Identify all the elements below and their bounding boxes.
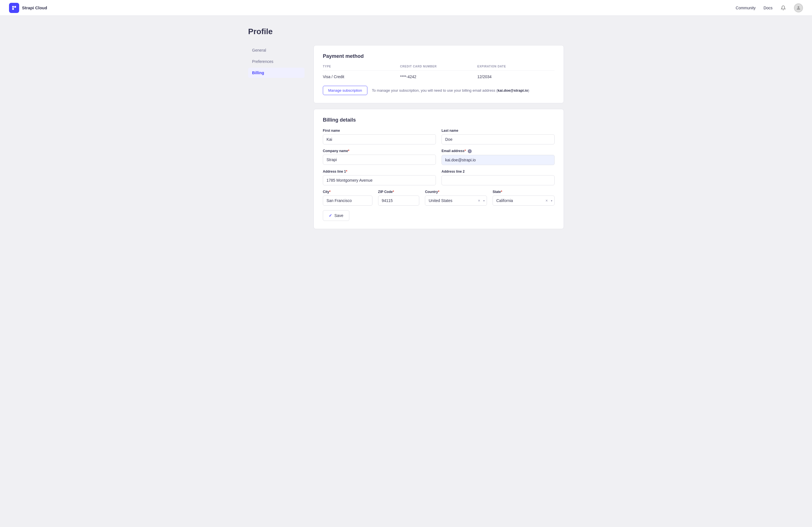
navbar-right: Community Docs bbox=[736, 3, 803, 12]
address2-input[interactable] bbox=[441, 175, 555, 185]
last-name-group: Last name bbox=[441, 129, 555, 144]
email-address-group: Email address* i bbox=[441, 149, 555, 165]
content-layout: General Preferences Billing Payment meth… bbox=[248, 45, 564, 229]
main-container: Profile General Preferences Billing Paym… bbox=[237, 16, 575, 240]
company-name-group: Company name* bbox=[323, 149, 436, 165]
exp-value: 12/2034 bbox=[477, 71, 555, 79]
email-info-icon[interactable]: i bbox=[468, 149, 472, 153]
company-name-label: Company name* bbox=[323, 149, 436, 153]
country-select-wrapper: United States United Kingdom Germany Fra… bbox=[425, 196, 487, 206]
address2-label: Address line 2 bbox=[441, 170, 555, 173]
svg-rect-2 bbox=[12, 8, 14, 10]
first-name-group: First name bbox=[323, 129, 436, 144]
city-input[interactable] bbox=[323, 196, 373, 206]
state-label: State* bbox=[493, 190, 555, 194]
company-required-marker: * bbox=[348, 149, 349, 153]
sidebar-item-general[interactable]: General bbox=[248, 45, 304, 55]
nav-community-link[interactable]: Community bbox=[736, 6, 756, 10]
name-row: First name Last name bbox=[323, 129, 555, 144]
sidebar-item-billing[interactable]: Billing bbox=[248, 68, 304, 78]
cc-value: ****-4242 bbox=[400, 71, 477, 79]
email-required-marker: * bbox=[464, 149, 466, 153]
email-input[interactable] bbox=[441, 155, 555, 165]
city-zip-country-state-row: City* ZIP Code* Country* bbox=[323, 190, 555, 206]
company-name-input[interactable] bbox=[323, 155, 436, 165]
address1-group: Address line 1* bbox=[323, 170, 436, 185]
logo-icon[interactable] bbox=[9, 3, 19, 13]
svg-rect-0 bbox=[12, 6, 14, 8]
billing-details-card: Billing details First name Last name bbox=[314, 109, 564, 229]
logo-text: Strapi Cloud bbox=[22, 5, 47, 10]
manage-subscription-row: Manage subscription To manage your subsc… bbox=[323, 86, 555, 95]
first-name-input[interactable] bbox=[323, 134, 436, 144]
address2-group: Address line 2 bbox=[441, 170, 555, 185]
country-required-marker: * bbox=[438, 190, 439, 194]
state-group: State* California New York Texas Washing… bbox=[493, 190, 555, 206]
address1-input[interactable] bbox=[323, 175, 436, 185]
city-group: City* bbox=[323, 190, 373, 206]
first-name-label: First name bbox=[323, 129, 436, 132]
manage-subscription-text: To manage your subscription, you will ne… bbox=[372, 88, 529, 92]
company-email-row: Company name* Email address* i bbox=[323, 149, 555, 165]
table-row: Visa / Credit ****-4242 12/2034 bbox=[323, 71, 555, 79]
payment-method-card: Payment method TYPE CREDIT CARD NUMBER E… bbox=[314, 45, 564, 103]
svg-point-3 bbox=[798, 6, 799, 8]
manage-subscription-button[interactable]: Manage subscription bbox=[323, 86, 367, 95]
email-label: Email address* i bbox=[441, 149, 555, 153]
notification-bell-icon[interactable] bbox=[780, 5, 786, 11]
state-clear-icon[interactable]: × bbox=[546, 199, 548, 202]
state-select-wrapper: California New York Texas Washington × ▾ bbox=[493, 196, 555, 206]
save-checkmark-icon: ✓ bbox=[329, 213, 332, 218]
state-required-marker: * bbox=[501, 190, 503, 194]
zip-label: ZIP Code* bbox=[378, 190, 420, 194]
cc-col-header: CREDIT CARD NUMBER bbox=[400, 65, 477, 71]
save-button[interactable]: ✓ Save bbox=[323, 210, 349, 221]
address-row: Address line 1* Address line 2 bbox=[323, 170, 555, 185]
last-name-label: Last name bbox=[441, 129, 555, 132]
payment-method-title: Payment method bbox=[323, 53, 555, 59]
page-title: Profile bbox=[248, 27, 564, 36]
zip-required-marker: * bbox=[393, 190, 394, 194]
sidebar-item-preferences[interactable]: Preferences bbox=[248, 56, 304, 67]
address1-required-marker: * bbox=[346, 170, 347, 173]
nav-docs-link[interactable]: Docs bbox=[764, 6, 772, 10]
last-name-input[interactable] bbox=[441, 134, 555, 144]
navbar: Strapi Cloud Community Docs bbox=[0, 0, 812, 16]
exp-col-header: EXPIRATION DATE bbox=[477, 65, 555, 71]
city-required-marker: * bbox=[329, 190, 331, 194]
zip-group: ZIP Code* bbox=[378, 190, 420, 206]
address1-label: Address line 1* bbox=[323, 170, 436, 173]
country-label: Country* bbox=[425, 190, 487, 194]
sidebar: General Preferences Billing bbox=[248, 45, 304, 229]
type-col-header: TYPE bbox=[323, 65, 400, 71]
city-label: City* bbox=[323, 190, 373, 194]
navbar-left: Strapi Cloud bbox=[9, 3, 47, 13]
zip-input[interactable] bbox=[378, 196, 420, 206]
user-avatar[interactable] bbox=[794, 3, 803, 12]
svg-rect-1 bbox=[14, 6, 16, 8]
payment-table: TYPE CREDIT CARD NUMBER EXPIRATION DATE … bbox=[323, 65, 555, 79]
billing-email: kai.doe@strapi.io bbox=[498, 88, 528, 92]
country-group: Country* United States United Kingdom Ge… bbox=[425, 190, 487, 206]
type-value: Visa / Credit bbox=[323, 71, 400, 79]
billing-details-title: Billing details bbox=[323, 117, 555, 123]
country-clear-icon[interactable]: × bbox=[478, 199, 480, 202]
content-area: Payment method TYPE CREDIT CARD NUMBER E… bbox=[314, 45, 564, 229]
